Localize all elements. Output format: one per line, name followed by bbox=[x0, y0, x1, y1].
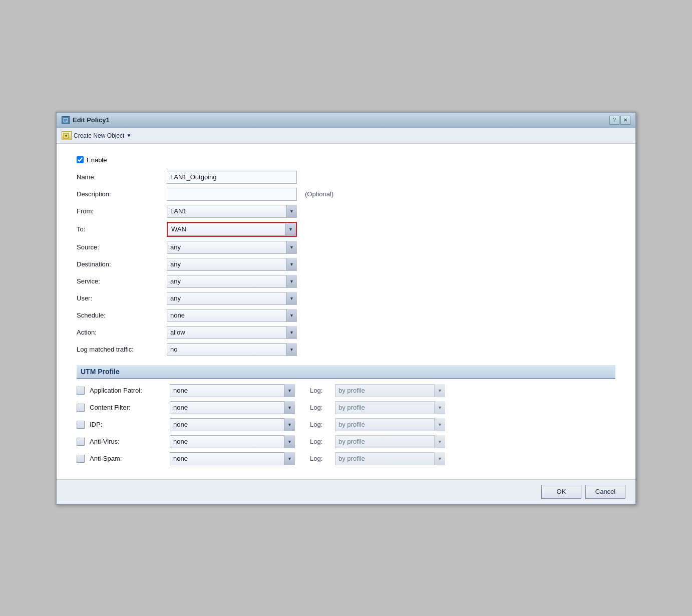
utm-label-0: Application Patrol: bbox=[90, 387, 170, 394]
close-button[interactable]: ✕ bbox=[620, 116, 630, 125]
from-select[interactable]: LAN1 bbox=[167, 205, 297, 218]
action-select[interactable]: allow bbox=[167, 326, 297, 339]
utm-checkbox-2[interactable] bbox=[77, 421, 85, 429]
source-select[interactable]: any bbox=[167, 241, 297, 254]
log-select-3[interactable]: by profile bbox=[335, 435, 445, 448]
ok-button[interactable]: OK bbox=[541, 485, 581, 499]
help-button[interactable]: ? bbox=[609, 116, 619, 125]
enable-label: Enable bbox=[87, 156, 107, 164]
name-row: Name: bbox=[77, 171, 615, 184]
utm-header: UTM Profile bbox=[77, 365, 615, 379]
utm-label-2: IDP: bbox=[90, 421, 170, 428]
dialog-footer: OK Cancel bbox=[57, 479, 635, 504]
log-select-wrap-1: by profile ▼ bbox=[335, 401, 445, 414]
enable-checkbox[interactable] bbox=[77, 156, 84, 163]
log-matched-label: Log matched traffic: bbox=[77, 346, 167, 353]
user-select[interactable]: any bbox=[167, 292, 297, 305]
utm-checkbox-1[interactable] bbox=[77, 404, 85, 412]
schedule-row: Schedule: none ▼ bbox=[77, 309, 615, 322]
source-select-wrap: any ▼ bbox=[167, 241, 297, 254]
utm-title: UTM Profile bbox=[81, 368, 120, 376]
utm-checkbox-3[interactable] bbox=[77, 438, 85, 446]
utm-section: UTM Profile Application Patrol: none ▼ L… bbox=[77, 365, 615, 465]
utm-label-4: Anti-Spam: bbox=[90, 455, 170, 462]
cancel-button[interactable]: Cancel bbox=[585, 485, 625, 499]
to-row: To: WAN ▼ bbox=[77, 222, 615, 237]
schedule-select[interactable]: none bbox=[167, 309, 297, 322]
to-select[interactable]: WAN bbox=[168, 223, 296, 236]
dialog-title: Edit Policy1 bbox=[73, 116, 110, 124]
log-select-1[interactable]: by profile bbox=[335, 401, 445, 414]
create-new-object-label: Create New Object bbox=[74, 132, 124, 139]
log-matched-select[interactable]: no bbox=[167, 343, 297, 356]
utm-select-wrap-2: none ▼ bbox=[170, 418, 295, 431]
utm-label-1: Content Filter: bbox=[90, 404, 170, 411]
utm-select-3[interactable]: none bbox=[170, 435, 295, 448]
utm-select-2[interactable]: none bbox=[170, 418, 295, 431]
service-select[interactable]: any bbox=[167, 275, 297, 288]
description-label: Description: bbox=[77, 190, 167, 198]
from-label: From: bbox=[77, 207, 167, 215]
name-input[interactable] bbox=[167, 171, 297, 184]
utm-select-0[interactable]: none bbox=[170, 384, 295, 397]
utm-log-label-0: Log: bbox=[310, 387, 335, 394]
utm-row-4: Anti-Spam: none ▼ Log: by profile ▼ bbox=[77, 452, 615, 465]
name-input-wrap bbox=[167, 171, 297, 184]
name-label: Name: bbox=[77, 173, 167, 181]
log-matched-row: Log matched traffic: no ▼ bbox=[77, 343, 615, 356]
optional-text: (Optional) bbox=[305, 190, 333, 198]
utm-row-2: IDP: none ▼ Log: by profile ▼ bbox=[77, 418, 615, 431]
action-label: Action: bbox=[77, 329, 167, 336]
description-input[interactable] bbox=[167, 188, 297, 201]
utm-checkbox-4[interactable] bbox=[77, 455, 85, 463]
source-row: Source: any ▼ bbox=[77, 241, 615, 254]
to-select-wrap: WAN ▼ bbox=[168, 223, 296, 236]
to-label: To: bbox=[77, 225, 167, 233]
log-select-4[interactable]: by profile bbox=[335, 452, 445, 465]
utm-log-label-4: Log: bbox=[310, 455, 335, 462]
edit-policy-dialog: Edit Policy1 ? ✕ Create New Object ▼ Ena… bbox=[56, 112, 636, 505]
utm-label-3: Anti-Virus: bbox=[90, 438, 170, 445]
utm-row-1: Content Filter: none ▼ Log: by profile ▼ bbox=[77, 401, 615, 414]
destination-select-wrap: any ▼ bbox=[167, 258, 297, 271]
toolbar: Create New Object ▼ bbox=[57, 128, 635, 144]
create-new-object-arrow: ▼ bbox=[126, 133, 131, 138]
log-select-wrap-2: by profile ▼ bbox=[335, 418, 445, 431]
description-input-wrap bbox=[167, 188, 297, 201]
log-matched-select-wrap: no ▼ bbox=[167, 343, 297, 356]
destination-row: Destination: any ▼ bbox=[77, 258, 615, 271]
to-select-container: WAN ▼ bbox=[167, 222, 297, 237]
title-buttons: ? ✕ bbox=[609, 116, 630, 125]
destination-select[interactable]: any bbox=[167, 258, 297, 271]
source-label: Source: bbox=[77, 243, 167, 251]
utm-row-3: Anti-Virus: none ▼ Log: by profile ▼ bbox=[77, 435, 615, 448]
title-bar-left: Edit Policy1 bbox=[62, 116, 110, 124]
utm-select-wrap-1: none ▼ bbox=[170, 401, 295, 414]
policy-icon bbox=[62, 116, 70, 124]
utm-select-wrap-4: none ▼ bbox=[170, 452, 295, 465]
form-content: Enable Name: Description: (Optional) Fro… bbox=[57, 144, 635, 479]
utm-select-4[interactable]: none bbox=[170, 452, 295, 465]
service-row: Service: any ▼ bbox=[77, 275, 615, 288]
destination-label: Destination: bbox=[77, 260, 167, 268]
log-select-0[interactable]: by profile bbox=[335, 384, 445, 397]
utm-checkbox-0[interactable] bbox=[77, 387, 85, 395]
log-select-2[interactable]: by profile bbox=[335, 418, 445, 431]
schedule-select-wrap: none ▼ bbox=[167, 309, 297, 322]
utm-log-label-1: Log: bbox=[310, 404, 335, 411]
service-select-wrap: any ▼ bbox=[167, 275, 297, 288]
enable-row: Enable bbox=[77, 156, 615, 164]
create-new-object-button[interactable]: Create New Object ▼ bbox=[62, 131, 131, 140]
title-bar: Edit Policy1 ? ✕ bbox=[57, 113, 635, 128]
log-select-wrap-3: by profile ▼ bbox=[335, 435, 445, 448]
utm-select-1[interactable]: none bbox=[170, 401, 295, 414]
utm-select-wrap-0: none ▼ bbox=[170, 384, 295, 397]
service-label: Service: bbox=[77, 277, 167, 285]
user-row: User: any ▼ bbox=[77, 292, 615, 305]
action-row: Action: allow ▼ bbox=[77, 326, 615, 339]
schedule-label: Schedule: bbox=[77, 312, 167, 319]
description-row: Description: (Optional) bbox=[77, 188, 615, 201]
log-select-wrap-4: by profile ▼ bbox=[335, 452, 445, 465]
action-select-wrap: allow ▼ bbox=[167, 326, 297, 339]
user-label: User: bbox=[77, 294, 167, 302]
